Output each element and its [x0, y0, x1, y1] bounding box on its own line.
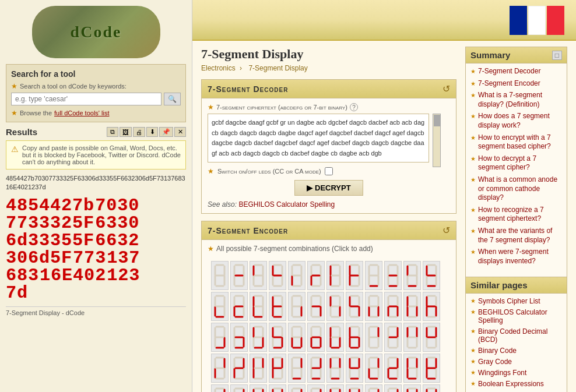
- segment-cell[interactable]: [307, 323, 325, 352]
- segment-cell[interactable]: [384, 261, 402, 290]
- segment-cell[interactable]: [365, 354, 382, 383]
- encoder-refresh-button[interactable]: ↺: [442, 225, 450, 236]
- segment-cell[interactable]: [288, 323, 305, 352]
- breadcrumb-parent-link[interactable]: Electronics: [201, 64, 236, 72]
- summary-item-link[interactable]: 7-Segment Encoder: [478, 79, 540, 89]
- download-button[interactable]: ⬇: [146, 127, 158, 137]
- segment-cell[interactable]: [230, 261, 248, 290]
- close-button[interactable]: ✕: [174, 127, 186, 137]
- mode-checkbox[interactable]: [325, 167, 333, 175]
- bookmark-button[interactable]: 📌: [159, 127, 173, 137]
- segment-cell[interactable]: [250, 354, 267, 383]
- scrollbar-track[interactable]: [433, 114, 441, 167]
- summary-item-link[interactable]: How to recognize a 7 segment ciphertext?: [478, 206, 562, 224]
- segment-cell[interactable]: [365, 261, 382, 290]
- summary-item-link[interactable]: What is a common anode or common cathode…: [478, 175, 562, 203]
- segment-cell[interactable]: [307, 354, 325, 383]
- segment-cell[interactable]: [346, 354, 363, 383]
- segment-cell[interactable]: [326, 384, 344, 392]
- segment-cell[interactable]: [403, 354, 421, 383]
- segment-cell[interactable]: [384, 354, 402, 383]
- segment-cell[interactable]: [269, 354, 286, 383]
- segment-cell[interactable]: [211, 354, 229, 383]
- segment-cell[interactable]: [250, 384, 267, 392]
- segment-cell[interactable]: [211, 261, 229, 290]
- similar-item-link[interactable]: Wingdings Font: [478, 369, 526, 377]
- segment-cell[interactable]: [403, 292, 421, 321]
- segment-cell[interactable]: [269, 384, 286, 392]
- segment-cell[interactable]: [307, 261, 325, 290]
- see-also-spelling[interactable]: Spelling: [310, 200, 335, 209]
- search-button[interactable]: 🔍: [164, 93, 181, 105]
- segment-cell[interactable]: [250, 292, 267, 321]
- similar-item-link[interactable]: Gray Code: [478, 358, 512, 366]
- segment-cell[interactable]: [230, 292, 248, 321]
- segment-cell[interactable]: [346, 384, 363, 392]
- similar-item-link[interactable]: Symbols Cipher List: [478, 297, 540, 305]
- segment-cell[interactable]: [288, 384, 305, 392]
- segment-cell[interactable]: [326, 354, 344, 383]
- search-input[interactable]: [11, 93, 161, 105]
- image-button[interactable]: 🖼: [120, 127, 132, 137]
- segment-cell[interactable]: [346, 261, 363, 290]
- segment-cell[interactable]: [211, 292, 229, 321]
- segment-cell[interactable]: [346, 292, 363, 321]
- segment-cell[interactable]: [269, 261, 286, 290]
- browse-tools-link[interactable]: full dCode tools' list: [54, 110, 109, 116]
- segment-cell[interactable]: [423, 384, 440, 392]
- segment-cell[interactable]: [230, 323, 248, 352]
- segment-cell[interactable]: [423, 323, 440, 352]
- segment-cell[interactable]: [384, 323, 402, 352]
- segment-cell[interactable]: [230, 384, 248, 392]
- segment-cell[interactable]: [211, 384, 229, 392]
- segment-cell[interactable]: [423, 261, 440, 290]
- cipher-text-area[interactable]: gcbf dagcbe daagf gcbf gr un dagbe acb d…: [208, 114, 429, 163]
- summary-item-link[interactable]: What are the variants of the 7 segment d…: [478, 227, 562, 245]
- segment-cell[interactable]: [269, 323, 286, 352]
- segment-cell[interactable]: [288, 292, 305, 321]
- site-logo[interactable]: dCode: [32, 6, 160, 58]
- segment-cell[interactable]: [403, 384, 421, 392]
- segment-cell[interactable]: [346, 323, 363, 352]
- segment-cell[interactable]: [423, 292, 440, 321]
- summary-item-link[interactable]: What is a 7-segment display? (Definition…: [478, 91, 562, 109]
- similar-item-link[interactable]: Binary Code: [478, 347, 517, 355]
- summary-item-link[interactable]: How does a 7 segment display work?: [478, 112, 562, 130]
- segment-cell[interactable]: [365, 323, 382, 352]
- segment-cell[interactable]: [230, 354, 248, 383]
- segment-cell[interactable]: [423, 354, 440, 383]
- refresh-button[interactable]: ↺: [442, 83, 450, 94]
- segment-cell[interactable]: [211, 323, 229, 352]
- summary-item-link[interactable]: How to decrypt a 7 segment cipher?: [478, 154, 562, 172]
- segment-cell[interactable]: [326, 261, 344, 290]
- summary-item-link[interactable]: 7-Segment Decoder: [478, 67, 540, 76]
- similar-item-link[interactable]: Boolean Expressions: [478, 380, 544, 388]
- segment-cell[interactable]: [250, 323, 267, 352]
- seg-char: 3: [118, 249, 128, 267]
- summary-item-link[interactable]: When were 7-segment displays invented?: [478, 248, 562, 266]
- similar-item-link[interactable]: Binary Coded Decimal (BCD): [478, 327, 562, 344]
- segment-cell[interactable]: [365, 292, 382, 321]
- segment-cell[interactable]: [288, 354, 305, 383]
- similar-item-link[interactable]: BEGHILOS Calculator Spelling: [478, 308, 562, 324]
- segment-cell[interactable]: [384, 292, 402, 321]
- search-section: Search for a tool ★ Search a tool on dCo…: [6, 64, 186, 122]
- summary-item-link[interactable]: How to encrypt with a 7 segment based ci…: [478, 133, 562, 151]
- segment-cell[interactable]: [384, 384, 402, 392]
- copy-button[interactable]: ⧉: [107, 127, 118, 137]
- segment-cell[interactable]: [403, 323, 421, 352]
- segment-cell[interactable]: [250, 261, 267, 290]
- decrypt-button[interactable]: ▶ DECRYPT: [294, 180, 363, 196]
- segment-cell[interactable]: [269, 292, 286, 321]
- segment-cell[interactable]: [307, 384, 325, 392]
- segment-cell[interactable]: [365, 384, 382, 392]
- segment-cell[interactable]: [288, 261, 305, 290]
- see-also-beghilos[interactable]: BEGHILOS Calculator: [238, 200, 308, 209]
- minimize-button[interactable]: □: [552, 51, 562, 60]
- segment-cell[interactable]: [307, 292, 325, 321]
- help-icon[interactable]: ?: [350, 103, 358, 111]
- print-button[interactable]: 🖨: [133, 127, 145, 137]
- segment-cell[interactable]: [326, 292, 344, 321]
- segment-cell[interactable]: [326, 323, 344, 352]
- segment-cell[interactable]: [403, 261, 421, 290]
